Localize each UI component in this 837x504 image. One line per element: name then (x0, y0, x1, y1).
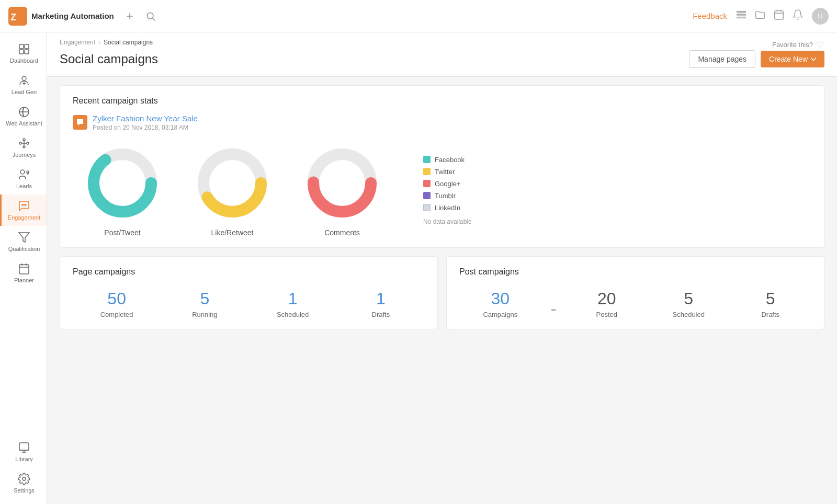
svg-rect-7 (737, 14, 746, 15)
legend-linkedin: LinkedIn (423, 204, 472, 212)
legend-facebook: Facebook (423, 156, 472, 164)
drafts-label: Drafts (372, 311, 390, 318)
post-drafts-label: Drafts (761, 311, 779, 318)
add-icon[interactable] (122, 9, 137, 24)
post-drafts-value: 5 (766, 289, 775, 308)
list-view-icon[interactable] (736, 9, 747, 23)
post-dash: - (551, 299, 557, 318)
page-title: Social campaigns (60, 52, 158, 66)
recent-stats-title: Recent campaign stats (73, 96, 811, 106)
sidebar-item-lead-gen[interactable]: Lead Gen (0, 69, 47, 100)
campaign-details: Zylker Fashion New Year Sale Posted on 2… (93, 114, 198, 131)
svg-point-17 (22, 76, 26, 81)
app-title: Marketing Automation (31, 12, 114, 20)
favorite-label: Favorite this? (772, 41, 813, 49)
running-label: Running (192, 311, 217, 318)
post-tweet-chart: Post/Tweet (83, 144, 162, 237)
svg-point-29 (22, 204, 23, 205)
sidebar-label-web-assistant: Web Assistant (6, 120, 42, 127)
campaign-name[interactable]: Zylker Fashion New Year Sale (93, 114, 198, 123)
posted-stat: 20 Posted (565, 289, 648, 318)
scheduled-value: 1 (288, 289, 298, 308)
recent-campaign-stats-card: Recent campaign stats Zylker Fashion New… (60, 85, 824, 248)
twitter-color-dot (423, 168, 431, 175)
google-plus-label: Google+ (435, 180, 461, 188)
svg-point-4 (147, 13, 153, 19)
bottom-row: Page campaigns 50 Completed 5 Running 1 (60, 256, 824, 329)
search-icon[interactable] (143, 9, 158, 24)
dashboard-icon (18, 43, 30, 55)
legend-twitter: Twitter (423, 168, 472, 176)
planner-icon (18, 262, 30, 275)
linkedin-color-dot (423, 204, 431, 211)
svg-point-38 (22, 477, 26, 480)
svg-rect-33 (19, 265, 29, 274)
svg-point-30 (24, 204, 25, 205)
engagement-icon (18, 200, 30, 212)
settings-icon (18, 473, 30, 485)
sidebar-item-planner[interactable]: Planner (0, 257, 47, 289)
post-scheduled-stat: 5 Scheduled (648, 289, 730, 318)
qualification-icon (18, 231, 30, 244)
create-new-button[interactable]: Create New (761, 51, 824, 67)
sidebar-item-engagement[interactable]: Engagement (0, 194, 47, 226)
main-content: Recent campaign stats Zylker Fashion New… (47, 77, 837, 338)
post-scheduled-value: 5 (684, 289, 693, 308)
content-area: Engagement › Social campaigns Social cam… (47, 32, 837, 504)
sidebar-label-engagement: Engagement (8, 214, 40, 221)
sidebar-label-dashboard: Dashboard (10, 58, 38, 64)
running-value: 5 (200, 289, 209, 308)
create-new-label: Create New (769, 55, 808, 63)
sidebar-item-leads[interactable]: Leads (0, 163, 47, 194)
breadcrumb-parent[interactable]: Engagement (60, 39, 95, 46)
post-tweet-donut (83, 144, 162, 222)
sidebar-item-journeys[interactable]: Journeys (0, 132, 47, 163)
sidebar: Dashboard Lead Gen Web Assistant Journey… (0, 32, 47, 504)
svg-point-21 (19, 142, 21, 144)
svg-rect-13 (19, 44, 24, 49)
post-tweet-label: Post/Tweet (104, 228, 140, 237)
library-icon (18, 441, 30, 454)
svg-rect-9 (775, 11, 784, 19)
svg-point-28 (27, 171, 29, 173)
sidebar-item-qualification[interactable]: Qualification (0, 226, 47, 257)
sidebar-item-library[interactable]: Library (0, 436, 47, 467)
like-retweet-chart: Like/Retweet (193, 144, 272, 237)
scheduled-label: Scheduled (277, 311, 309, 318)
sidebar-item-web-assistant[interactable]: Web Assistant (0, 100, 47, 132)
sidebar-item-settings[interactable]: Settings (0, 467, 47, 499)
calendar-icon[interactable] (773, 9, 785, 23)
facebook-color-dot (423, 156, 431, 163)
web-assistant-icon (18, 106, 30, 118)
sidebar-label-planner: Planner (14, 277, 34, 283)
post-campaigns-value: 30 (491, 289, 510, 308)
svg-text:Z: Z (10, 12, 16, 22)
tumblr-color-dot (423, 192, 431, 199)
feedback-button[interactable]: Feedback (693, 12, 727, 20)
sidebar-label-leads: Leads (16, 183, 32, 189)
user-avatar[interactable]: U (812, 8, 829, 25)
campaign-type-icon (73, 115, 87, 130)
comments-donut (303, 144, 381, 222)
bell-icon[interactable] (792, 9, 804, 23)
heart-icon[interactable]: ♡ (816, 39, 824, 50)
sidebar-item-dashboard[interactable]: Dashboard (0, 38, 47, 69)
manage-pages-button[interactable]: Manage pages (689, 50, 755, 68)
topbar-right: Feedback U (693, 8, 829, 25)
sidebar-label-journeys: Journeys (13, 152, 36, 158)
comments-chart: Comments (303, 144, 381, 237)
sidebar-label-library: Library (15, 456, 33, 462)
svg-point-27 (20, 170, 25, 174)
svg-rect-6 (737, 12, 746, 13)
google-plus-color-dot (423, 180, 431, 187)
campaign-info: Zylker Fashion New Year Sale Posted on 2… (73, 114, 811, 131)
folder-icon[interactable] (754, 9, 766, 23)
svg-marker-32 (19, 233, 29, 242)
campaign-date: Posted on 20 Nov 2018, 03:18 AM (93, 124, 198, 131)
post-campaigns-count: 30 Campaigns (459, 289, 541, 318)
page-title-row: Social campaigns Manage pages Create New (60, 50, 824, 68)
svg-rect-16 (25, 50, 29, 54)
like-retweet-donut (193, 144, 272, 222)
svg-rect-15 (19, 50, 24, 54)
favorite-section: Favorite this? ♡ (772, 39, 824, 50)
